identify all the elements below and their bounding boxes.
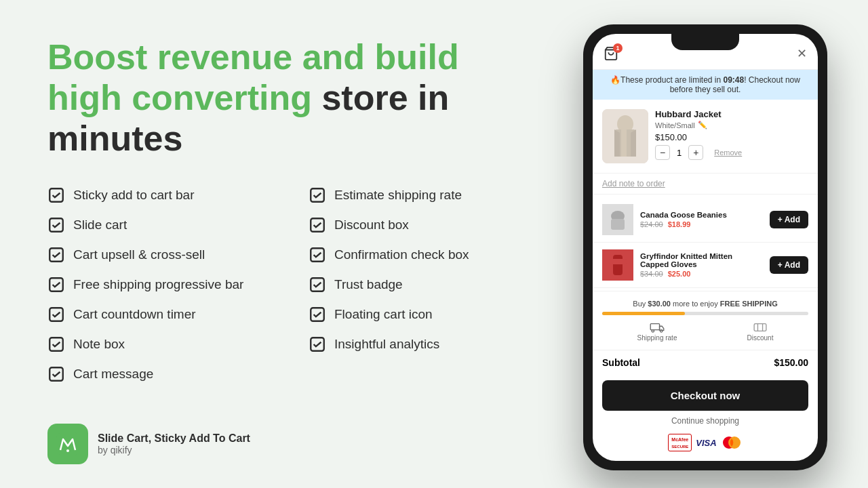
edit-icon[interactable]: ✏️: [698, 121, 707, 129]
shipping-rate-icon-item: Shipping rate: [637, 322, 677, 342]
check-icon: [47, 216, 65, 234]
discount-label: Discount: [747, 334, 774, 342]
qty-minus-button[interactable]: −: [655, 145, 670, 160]
upsell-section: Canada Goose Beanies $24.00 $18.99 + Add: [593, 195, 818, 291]
feature-sticky-cart: Sticky add to cart bar: [47, 186, 281, 204]
svg-rect-27: [609, 259, 627, 264]
check-icon: [309, 276, 326, 293]
check-icon: [309, 186, 326, 204]
feature-label: Free shipping progressive bar: [73, 277, 243, 292]
feature-label: Trust badge: [334, 277, 403, 292]
feature-label: Note box: [73, 337, 125, 352]
discount-icon-item: Discount: [747, 322, 774, 342]
check-icon: [309, 216, 326, 234]
upsell-prices-2: $34.00 $25.00: [640, 270, 763, 278]
svg-point-29: [652, 330, 654, 333]
features-grid: Sticky add to cart bar Estimate shipping…: [47, 186, 542, 383]
feature-label: Cart countdown timer: [73, 307, 196, 322]
upsell-add-button-2[interactable]: + Add: [770, 256, 808, 274]
shipping-rate-label: Shipping rate: [637, 334, 677, 342]
phone-mockup: 1 ✕ 🔥These product are limited in 09:48!…: [583, 24, 827, 470]
cart-icon-wrap: 1: [604, 46, 618, 61]
feature-free-shipping: Free shipping progressive bar: [47, 276, 281, 293]
feature-insightful: Insightful analytics: [309, 336, 542, 353]
svg-rect-19: [621, 129, 627, 157]
close-button[interactable]: ✕: [797, 46, 807, 61]
svg-rect-28: [650, 324, 659, 330]
feature-note-box: Note box: [47, 336, 281, 353]
svg-marker-20: [614, 129, 620, 157]
item-details: Hubbard Jacket White/Small ✏️ $150.00 − …: [655, 109, 808, 163]
check-icon: [309, 246, 326, 264]
mcafee-badge: McAfee SECURE: [668, 434, 692, 451]
item-variant: White/Small ✏️: [655, 121, 808, 129]
headline: Boost revenue and build high converting …: [47, 37, 542, 159]
feature-label: Cart upsell & cross-sell: [73, 247, 205, 262]
svg-point-30: [660, 330, 663, 333]
subtotal-value: $150.00: [774, 357, 808, 368]
feature-label: Cart message: [73, 367, 153, 382]
app-name: Slide Cart, Sticky Add To Cart: [98, 432, 250, 445]
upsell-new-price-2: $25.00: [668, 270, 691, 278]
phone-screen: 1 ✕ 🔥These product are limited in 09:48!…: [593, 34, 818, 461]
upsell-name-1: Canada Goose Beanies: [640, 211, 763, 219]
shipping-bar-section: Buy $30.00 more to enjoy FREE SHIPPING S…: [593, 291, 818, 350]
app-icon: [47, 424, 88, 464]
upsell-add-button-1[interactable]: + Add: [770, 211, 808, 228]
qty-control: − 1 + Remove: [655, 145, 808, 160]
feature-floating-cart: Floating cart icon: [309, 306, 542, 323]
feature-label: Estimate shipping rate: [334, 188, 462, 203]
item-image: [602, 109, 648, 163]
svg-point-35: [728, 436, 741, 449]
upsell-image-2: [602, 249, 633, 281]
upsell-name-2: Gryffindor Knitted Mitten Capped Gloves: [640, 252, 763, 268]
check-icon: [47, 246, 65, 264]
check-icon: [47, 276, 65, 293]
feature-label: Floating cart icon: [334, 307, 433, 322]
add-note-link[interactable]: Add note to order: [593, 174, 818, 195]
timer-banner: 🔥These product are limited in 09:48! Che…: [593, 70, 818, 100]
feature-confirmation-check: Confirmation check box: [309, 246, 542, 264]
subtotal-row: Subtotal $150.00: [593, 350, 818, 375]
timer-time: 09:48: [723, 75, 744, 85]
app-badge: Slide Cart, Sticky Add To Cart by qikify: [47, 424, 542, 464]
svg-point-14: [66, 449, 69, 452]
checkout-button[interactable]: Checkout now: [602, 380, 808, 411]
cart-item: Hubbard Jacket White/Small ✏️ $150.00 − …: [593, 100, 818, 174]
left-section: Boost revenue and build high converting …: [0, 0, 583, 488]
check-icon: [309, 306, 326, 323]
check-icon: [47, 186, 65, 204]
upsell-info-2: Gryffindor Knitted Mitten Capped Gloves …: [640, 252, 763, 278]
shipping-bar-text: Buy $30.00 more to enjoy FREE SHIPPING: [602, 300, 808, 308]
upsell-prices-1: $24.00 $18.99: [640, 220, 763, 228]
upsell-image-1: [602, 204, 633, 235]
svg-rect-24: [611, 219, 625, 230]
cart-badge: 1: [613, 43, 623, 53]
app-by: by qikify: [98, 445, 250, 455]
feature-label: Slide cart: [73, 218, 127, 232]
upsell-old-price-2: $34.00: [640, 270, 663, 278]
upsell-item-1: Canada Goose Beanies $24.00 $18.99 + Add: [593, 197, 818, 243]
shipping-progress-bar: [602, 312, 808, 315]
app-info: Slide Cart, Sticky Add To Cart by qikify: [98, 432, 250, 455]
feature-trust-badge: Trust badge: [309, 276, 542, 293]
timer-text: 🔥These product are limited in 09:48! Che…: [610, 75, 800, 94]
feature-label: Sticky add to cart bar: [73, 188, 194, 203]
check-icon: [47, 365, 65, 383]
qty-plus-button[interactable]: +: [688, 145, 703, 160]
subtotal-label: Subtotal: [602, 357, 640, 368]
shipping-progress-fill: [602, 312, 685, 315]
svg-marker-21: [631, 129, 636, 157]
feature-upsell: Cart upsell & cross-sell: [47, 246, 281, 264]
continue-shopping-link[interactable]: Continue shopping: [593, 416, 818, 426]
upsell-new-price-1: $18.99: [668, 220, 691, 228]
shipping-icons-row: Shipping rate Discount: [602, 322, 808, 342]
feature-label: Insightful analytics: [334, 337, 439, 352]
check-icon: [309, 336, 326, 353]
upsell-info-1: Canada Goose Beanies $24.00 $18.99: [640, 211, 763, 228]
feature-label: Discount box: [334, 218, 409, 232]
remove-link[interactable]: Remove: [714, 148, 742, 157]
feature-estimate-shipping: Estimate shipping rate: [309, 186, 542, 204]
qty-number: 1: [677, 148, 682, 158]
shipping-truck-icon: [650, 322, 665, 333]
